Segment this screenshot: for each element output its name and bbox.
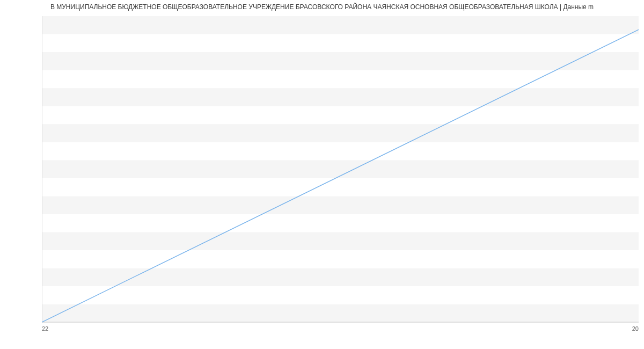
- grid-band: [42, 268, 639, 286]
- grid-band: [42, 106, 639, 125]
- chart-title: В МУНИЦИПАЛЬНОЕ БЮДЖЕТНОЕ ОБЩЕОБРАЗОВАТЕ…: [0, 0, 644, 11]
- grid-band: [42, 88, 639, 106]
- grid-band: [42, 214, 639, 232]
- x-tick-label: 2024: [632, 325, 639, 332]
- grid-band: [42, 250, 639, 268]
- chart-plot-area: 1600016200164001660016800170001720017400…: [42, 16, 639, 322]
- grid-band: [42, 52, 639, 70]
- grid-band: [42, 160, 639, 178]
- grid-band: [42, 196, 639, 214]
- grid-band: [42, 142, 639, 161]
- x-tick-label: 2022: [42, 325, 48, 332]
- chart-svg: 1600016200164001660016800170001720017400…: [42, 16, 639, 338]
- grid-band: [42, 124, 639, 142]
- grid-band: [42, 16, 639, 34]
- grid-band: [42, 304, 639, 322]
- grid-band: [42, 34, 639, 53]
- grid-band: [42, 232, 639, 250]
- grid-band: [42, 70, 639, 89]
- grid-band: [42, 178, 639, 197]
- grid-band: [42, 286, 639, 304]
